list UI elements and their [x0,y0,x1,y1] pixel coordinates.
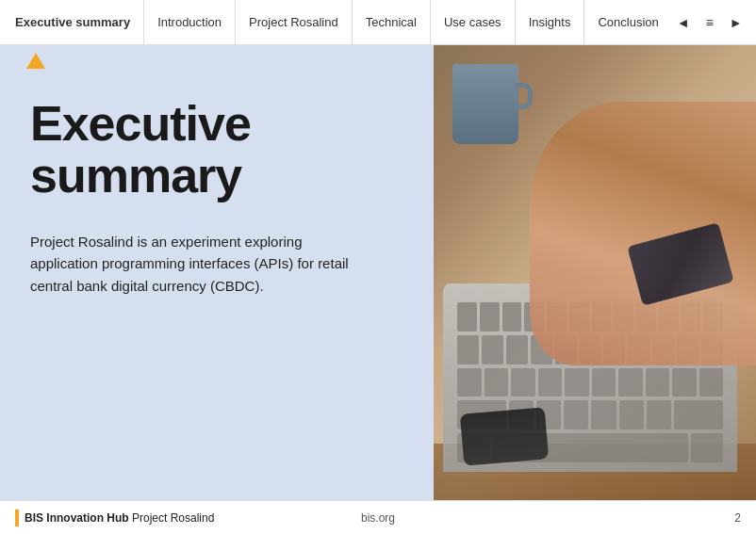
nav-controls: ◄ ≡ ► [672,11,748,34]
cup-handle [516,83,533,109]
footer-page-number: 2 [734,511,741,525]
footer-accent-bar [15,510,19,526]
left-panel: Executive summary Project Rosalind is an… [0,45,434,500]
footer: BIS Innovation Hub Project Rosalind bis.… [0,500,756,534]
next-button[interactable]: ► [725,11,748,34]
phone [460,407,549,466]
main-content: Executive summary Project Rosalind is an… [0,45,756,500]
page-title: Executive summary [30,98,403,201]
coffee-cup [452,64,518,144]
page-description: Project Rosalind is an experiment explor… [30,231,370,297]
nav-item-executive-summary[interactable]: Executive summary [15,0,144,45]
footer-url: bis.org [361,511,395,525]
prev-button[interactable]: ◄ [672,11,695,34]
top-navigation: Executive summary Introduction Project R… [0,0,756,45]
warning-triangle-icon [26,53,45,69]
footer-brand: BIS Innovation Hub Project Rosalind [25,511,214,525]
key-row-3 [457,368,723,397]
nav-item-use-cases[interactable]: Use cases [431,0,516,45]
right-panel-photo [434,45,756,500]
menu-button[interactable]: ≡ [698,11,721,34]
nav-items: Executive summary Introduction Project R… [15,0,672,45]
nav-item-conclusion[interactable]: Conclusion [584,0,671,45]
nav-item-introduction[interactable]: Introduction [144,0,236,45]
hand [530,102,756,365]
nav-item-project-rosalind[interactable]: Project Rosalind [236,0,353,45]
nav-item-insights[interactable]: Insights [516,0,585,45]
nav-item-technical[interactable]: Technical [353,0,431,45]
photo-background [434,45,756,500]
